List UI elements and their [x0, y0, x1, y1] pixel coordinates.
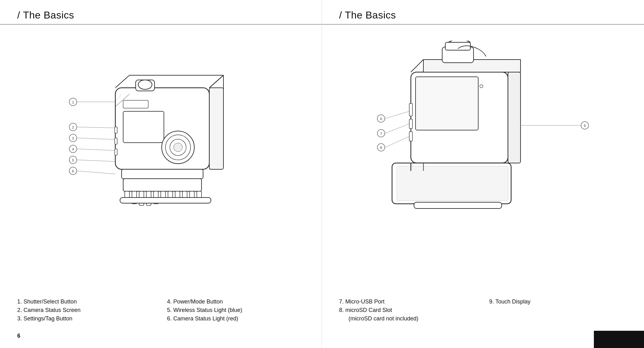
desc-item-6: 6. Camera Status Light (red)	[167, 314, 304, 323]
svg-text:5: 5	[72, 158, 74, 162]
svg-rect-83	[414, 202, 502, 208]
svg-line-79	[385, 136, 409, 147]
svg-rect-65	[508, 72, 521, 163]
svg-rect-37	[123, 179, 202, 191]
desc-item-8-sub: (microSD card not included)	[339, 315, 418, 322]
desc-num-7: 7.	[339, 298, 345, 305]
svg-rect-36	[122, 169, 203, 179]
svg-text:7: 7	[380, 132, 382, 135]
svg-text:8: 8	[380, 146, 382, 150]
svg-rect-33	[115, 127, 117, 133]
svg-line-54	[411, 60, 423, 72]
desc-num-5: 5.	[167, 307, 173, 313]
page-number: 6	[17, 333, 20, 339]
svg-line-17	[77, 171, 115, 174]
svg-rect-62	[409, 103, 412, 116]
svg-line-14	[77, 160, 115, 161]
desc-num-8: 8.	[339, 307, 345, 313]
svg-line-73	[385, 111, 409, 119]
svg-text:9: 9	[584, 124, 586, 128]
svg-rect-63	[409, 119, 412, 129]
page-right: / The Basics	[322, 0, 644, 348]
svg-rect-21	[123, 111, 164, 143]
section-header-right: / The Basics	[322, 0, 644, 24]
svg-rect-34	[115, 138, 117, 144]
svg-line-27	[209, 75, 223, 88]
desc-col-right-2: 9. Touch Display	[489, 298, 627, 323]
svg-rect-68	[397, 166, 508, 201]
svg-rect-59	[445, 42, 470, 50]
desc-item-2: 2. Camera Status Screen	[17, 306, 154, 314]
svg-rect-60	[416, 77, 478, 130]
svg-rect-64	[409, 132, 412, 141]
desc-num-4: 4.	[167, 298, 173, 305]
section-header-left: / The Basics	[0, 0, 322, 24]
camera-back-svg: 6 7 8 9	[361, 41, 605, 210]
desc-item-4: 4. Power/Mode Button	[167, 298, 304, 306]
desc-num-1: 1.	[17, 298, 24, 305]
svg-rect-49	[120, 198, 211, 203]
desc-item-9: 9. Touch Display	[489, 298, 627, 306]
desc-list-left: 1. Shutter/Select Button 2. Camera Statu…	[17, 298, 304, 323]
svg-rect-51	[123, 100, 148, 108]
page-left: / The Basics 1 2 3 4 5	[0, 0, 322, 348]
desc-col2: 4. Power/Mode Button 5. Wireless Status …	[167, 298, 304, 323]
svg-point-61	[480, 85, 483, 88]
svg-text:1: 1	[72, 100, 74, 104]
desc-num-2: 2.	[17, 307, 24, 313]
svg-text:3: 3	[72, 136, 74, 140]
svg-line-76	[385, 124, 409, 133]
desc-item-3: 3. Settings/Tag Button	[17, 314, 154, 323]
desc-col1: 1. Shutter/Select Button 2. Camera Statu…	[17, 298, 154, 323]
desc-item-1: 1. Shutter/Select Button	[17, 298, 154, 306]
desc-item-5: 5. Wireless Status Light (blue)	[167, 306, 304, 314]
section-title-right: / The Basics	[339, 9, 396, 21]
desc-list-right: 7. Micro-USB Port 8. microSD Card Slot (…	[339, 298, 627, 323]
svg-text:2: 2	[72, 125, 74, 129]
svg-line-11	[77, 149, 115, 150]
camera-diagram-left: 1 2 3 4 5 6	[25, 34, 296, 216]
desc-num-9: 9.	[489, 298, 495, 305]
svg-point-20	[138, 80, 152, 89]
section-title-left: / The Basics	[17, 9, 74, 21]
desc-item-8: 8. microSD Card Slot (microSD card not i…	[339, 306, 477, 323]
svg-text:4: 4	[72, 147, 74, 151]
svg-text:6: 6	[72, 169, 74, 173]
desc-col-right-1: 7. Micro-USB Port 8. microSD Card Slot (…	[339, 298, 477, 323]
black-bar	[594, 331, 644, 348]
desc-item-7: 7. Micro-USB Port	[339, 298, 477, 306]
desc-num-3: 3.	[17, 315, 24, 322]
svg-point-32	[174, 143, 182, 152]
camera-diagram-right: 6 7 8 9	[347, 34, 619, 216]
svg-line-5	[77, 127, 115, 128]
svg-rect-35	[115, 149, 117, 155]
camera-front-svg: 1 2 3 4 5 6	[54, 44, 267, 207]
svg-text:6: 6	[380, 117, 382, 121]
svg-line-26	[115, 75, 129, 88]
svg-line-8	[77, 138, 115, 140]
svg-rect-25	[209, 88, 223, 169]
desc-num-6: 6.	[167, 315, 173, 322]
